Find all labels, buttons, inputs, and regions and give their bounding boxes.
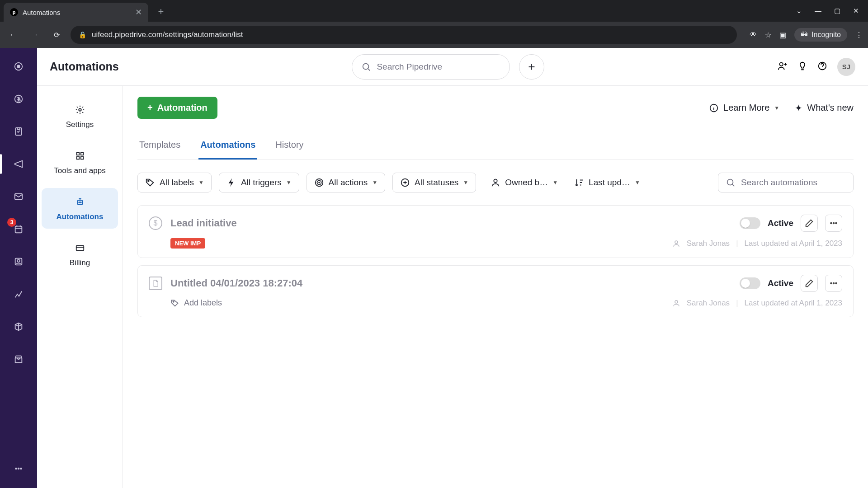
search-automations-input[interactable]: Search automations [718,173,854,192]
content: Automations Search Pipedrive SJ Settings [37,48,868,488]
automation-title: Lead initiative [170,217,237,229]
rail-contacts-icon[interactable] [10,253,27,270]
star-icon[interactable]: ☆ [765,31,771,39]
info-icon [709,103,719,113]
browser-tab[interactable]: p Automations ✕ [4,3,148,22]
url-input[interactable]: 🔒 uifeed.pipedrive.com/settings/automati… [71,26,737,44]
browser-chrome: p Automations ✕ + ⌄ — ▢ ✕ ← → ⟳ 🔒 uifeed… [0,0,868,48]
search-icon [361,62,371,72]
rail-insights-icon[interactable] [10,286,27,303]
panel-icon[interactable]: ▣ [779,31,786,39]
sidebar-item-tools[interactable]: Tools and apps [42,142,118,183]
svg-rect-15 [76,153,79,155]
svg-point-7 [17,259,20,262]
rail-activities-icon[interactable] [10,123,27,140]
action-row: + Automation Learn More ▼ ✦ What's new [137,97,854,119]
avatar[interactable]: SJ [837,58,855,76]
close-window-icon[interactable]: ✕ [853,7,859,15]
automation-card[interactable]: $ Lead initiative Active NEW IMP [137,205,854,258]
filter-actions[interactable]: All actions ▼ [307,173,386,192]
svg-point-11 [363,63,369,69]
filter-statuses[interactable]: All statuses ▼ [392,173,476,192]
rail-products-icon[interactable] [10,318,27,335]
svg-point-35 [830,283,832,284]
whats-new-link[interactable]: ✦ What's new [795,103,854,113]
add-labels-button[interactable]: Add labels [170,298,222,308]
more-button[interactable] [825,275,842,292]
incognito-icon: 🕶 [801,31,808,39]
status-icon [400,178,410,188]
automation-card[interactable]: Untitled 04/01/2023 18:27:04 Active [137,265,854,317]
maximize-icon[interactable]: ▢ [834,7,840,15]
chevron-down-icon: ▼ [552,179,558,186]
more-button[interactable] [825,215,842,232]
tab-automations[interactable]: Automations [198,140,257,160]
new-tab-button[interactable]: + [153,4,169,20]
page-title: Automations [50,60,119,73]
user-icon [672,239,680,248]
chevron-down-icon: ▼ [635,179,640,186]
rail-more-icon[interactable] [10,460,27,477]
add-button[interactable] [519,54,544,80]
tab-title: Automations [23,9,60,16]
rail-deals-icon[interactable] [10,90,27,108]
sidebar-item-billing[interactable]: Billing [42,234,118,275]
grid-icon [73,149,87,163]
favicon-icon: p [10,8,18,16]
back-button[interactable]: ← [5,27,21,42]
chevron-down-icon[interactable]: ⌄ [796,7,802,15]
filter-owner[interactable]: Owned b… ▼ [483,173,565,192]
svg-point-39 [675,300,678,303]
invite-icon[interactable] [778,61,788,73]
learn-more-link[interactable]: Learn More ▼ [709,103,779,113]
svg-point-37 [835,283,837,284]
svg-point-8 [15,468,17,469]
tag-icon [145,178,155,188]
tag-icon [170,299,179,308]
active-toggle[interactable] [740,277,760,289]
main: + Automation Learn More ▼ ✦ What's new [123,86,868,488]
filter-triggers[interactable]: All triggers ▼ [219,173,299,192]
global-search[interactable]: Search Pipedrive [352,54,510,80]
sidebar-item-settings[interactable]: Settings [42,96,118,136]
active-toggle[interactable] [740,217,760,229]
sidebar-item-automations[interactable]: Automations [42,188,118,229]
automation-title: Untitled 04/01/2023 18:27:04 [170,277,302,289]
forward-button[interactable]: → [27,27,42,42]
bulb-icon[interactable] [797,61,807,73]
minimize-icon[interactable]: — [815,7,821,15]
settings-sidebar: Settings Tools and apps Automations Bill… [37,86,123,488]
app: 3 Automations Search Pipedrive SJ [0,48,868,488]
edit-button[interactable] [801,215,818,232]
new-automation-button[interactable]: + Automation [137,97,217,119]
rail-marketplace-icon[interactable] [10,351,27,368]
rail-mail-icon[interactable] [10,188,27,205]
lock-icon: 🔒 [79,31,86,38]
rail-calendar-icon[interactable]: 3 [10,221,27,238]
help-icon[interactable] [817,61,827,73]
sort-dropdown[interactable]: Last upd… ▼ [574,178,640,188]
incognito-badge[interactable]: 🕶 Incognito [794,28,847,42]
edit-button[interactable] [801,275,818,292]
filter-labels[interactable]: All labels ▼ [137,173,212,192]
tab-history[interactable]: History [274,140,305,160]
nav-rail: 3 [0,48,37,488]
svg-point-31 [830,223,832,224]
svg-rect-22 [76,246,84,251]
tab-bar: p Automations ✕ + ⌄ — ▢ ✕ [0,0,868,22]
reload-button[interactable]: ⟳ [49,27,64,42]
rail-campaigns-icon[interactable] [10,155,27,173]
url-text: uifeed.pipedrive.com/settings/automation… [92,30,243,39]
svg-point-27 [319,182,320,183]
svg-point-12 [780,62,783,66]
tab-templates[interactable]: Templates [137,140,182,160]
kebab-icon[interactable]: ⋮ [855,31,863,39]
chevron-down-icon: ▼ [463,179,468,186]
sidebar-label: Billing [70,258,90,267]
close-tab-icon[interactable]: ✕ [135,7,142,17]
rail-home-icon[interactable] [10,58,27,75]
svg-point-36 [833,283,835,284]
bolt-icon [226,178,236,188]
filters: All labels ▼ All triggers ▼ All actions … [137,173,854,192]
eye-off-icon[interactable]: 👁 [750,31,757,39]
